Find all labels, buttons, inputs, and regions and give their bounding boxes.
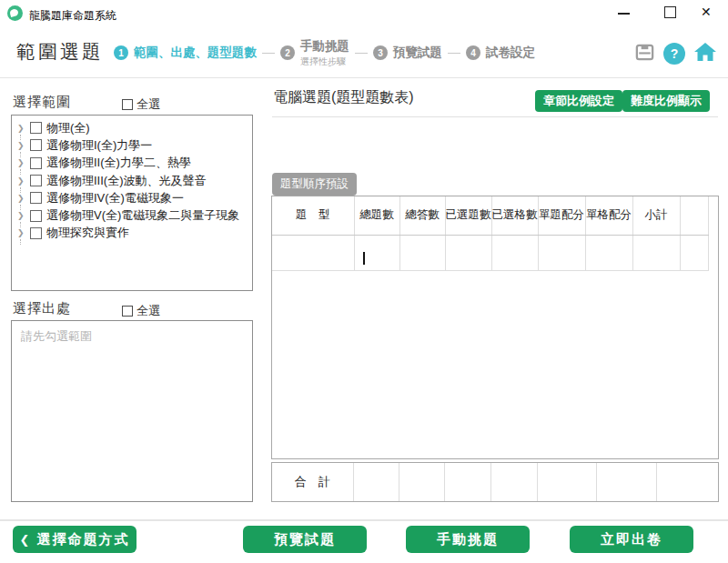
table-entry-row bbox=[272, 235, 708, 270]
tree-checkbox[interactable] bbox=[30, 192, 42, 204]
step-2-circle: 2 bbox=[280, 45, 295, 60]
source-select-all-checkbox[interactable] bbox=[122, 306, 133, 317]
cell-selected-cells[interactable] bbox=[491, 235, 538, 270]
chevron-right-icon[interactable] bbox=[17, 211, 26, 220]
maximize-button[interactable] bbox=[664, 6, 676, 18]
header-divider bbox=[0, 77, 728, 78]
step-1-range[interactable]: 1 範圍、出處、題型題數 bbox=[114, 45, 257, 61]
home-icon[interactable] bbox=[693, 41, 717, 66]
col-total-questions: 總題數 bbox=[354, 196, 399, 235]
bottom-divider bbox=[0, 519, 728, 521]
step-4-circle: 4 bbox=[466, 45, 480, 60]
chevron-right-icon[interactable] bbox=[17, 176, 26, 186]
chapter-ratio-button[interactable]: 章節比例設定 bbox=[535, 90, 622, 112]
range-select-all-label: 全選 bbox=[136, 96, 160, 113]
cell-question-type[interactable] bbox=[272, 235, 354, 270]
totals-value bbox=[399, 463, 445, 501]
step-divider bbox=[355, 53, 368, 54]
tree-item-elective-3[interactable]: 選修物理III(全)波動、光及聲音 bbox=[12, 172, 252, 189]
minimize-button[interactable] bbox=[618, 13, 630, 15]
tree-item-inquiry-practice[interactable]: 物理探究與實作 bbox=[12, 225, 252, 242]
source-placeholder: 請先勾選範圍 bbox=[21, 328, 92, 345]
cell-total-answers[interactable] bbox=[399, 235, 445, 270]
tree-item-elective-5[interactable]: 選修物理V(全)電磁現象二與量子現象 bbox=[12, 206, 252, 224]
app-logo-icon bbox=[7, 5, 23, 21]
range-section-title: 選擇範圍 bbox=[13, 94, 71, 111]
tree-checkbox[interactable] bbox=[30, 122, 42, 134]
difficulty-ratio-button[interactable]: 難度比例顯示 bbox=[622, 90, 710, 112]
chevron-right-icon[interactable] bbox=[17, 141, 26, 150]
back-select-method-button[interactable]: ❮ 選擇命題方式 bbox=[13, 526, 136, 553]
close-button[interactable]: ✕ bbox=[701, 5, 712, 19]
source-select-all-label: 全選 bbox=[136, 303, 160, 319]
computer-select-title: 電腦選題(題型題數表) bbox=[273, 88, 414, 107]
preview-questions-button[interactable]: 預覽試題 bbox=[243, 526, 367, 553]
step-3-preview[interactable]: 3 預覽試題 bbox=[373, 45, 442, 61]
panel-divider bbox=[272, 116, 718, 117]
tree-item-label: 選修物理IV(全)電磁現象一 bbox=[46, 190, 184, 206]
wizard-steps: 1 範圍、出處、題型題數 2 手動挑題 選擇性步驟 3 預覽試題 4 試卷設定 bbox=[114, 38, 535, 67]
tree-checkbox[interactable] bbox=[30, 227, 42, 239]
step-divider bbox=[262, 53, 275, 54]
back-chevron-icon: ❮ bbox=[20, 533, 32, 547]
manual-pick-button[interactable]: 手動挑題 bbox=[406, 526, 530, 553]
range-select-all[interactable]: 全選 bbox=[122, 96, 160, 113]
tree-checkbox[interactable] bbox=[30, 175, 42, 186]
question-type-table-container: 題 型 總題數 總答數 已選題數 已選格數 單題配分 單格配分 小計 bbox=[271, 196, 719, 459]
step-3-circle: 3 bbox=[373, 45, 388, 60]
tree-checkbox[interactable] bbox=[30, 139, 42, 151]
step-4-label: 試卷設定 bbox=[486, 45, 535, 61]
tree-item-elective-4[interactable]: 選修物理IV(全)電磁現象一 bbox=[12, 189, 252, 206]
save-icon[interactable] bbox=[634, 42, 655, 66]
source-list: 請先勾選範圍 bbox=[11, 320, 253, 502]
col-selected-cells: 已選格數 bbox=[491, 196, 538, 235]
totals-value bbox=[445, 463, 491, 501]
window-titlebar: 龍騰題庫命題系統 ✕ bbox=[0, 0, 728, 27]
generate-paper-button[interactable]: 立即出卷 bbox=[570, 526, 693, 553]
totals-value bbox=[597, 463, 657, 501]
text-caret bbox=[363, 252, 365, 265]
cell-points-per-question[interactable] bbox=[538, 235, 585, 270]
cell-total-questions[interactable] bbox=[354, 235, 399, 270]
col-total-answers: 總答數 bbox=[399, 196, 445, 235]
chevron-right-icon[interactable] bbox=[17, 124, 26, 133]
tree-item-label: 選修物理I(全)力學一 bbox=[46, 137, 152, 154]
tree-item-elective-1[interactable]: 選修物理I(全)力學一 bbox=[12, 136, 252, 154]
step-3-label: 預覽試題 bbox=[393, 45, 442, 61]
window-title: 龍騰題庫命題系統 bbox=[29, 8, 116, 24]
step-2-label: 手動挑題 bbox=[300, 38, 349, 55]
step-2-manual-pick[interactable]: 2 手動挑題 選擇性步驟 bbox=[280, 38, 349, 68]
totals-value bbox=[491, 463, 538, 501]
tree-item-physics-all[interactable]: 物理(全) bbox=[12, 119, 252, 136]
chevron-right-icon[interactable] bbox=[17, 158, 26, 167]
back-button-label: 選擇命題方式 bbox=[36, 531, 129, 548]
tree-checkbox[interactable] bbox=[30, 157, 42, 169]
col-spare bbox=[680, 196, 708, 235]
totals-label: 合 計 bbox=[272, 463, 354, 501]
totals-value bbox=[354, 463, 399, 501]
page-title: 範圍選題 bbox=[16, 39, 104, 65]
step-2-sublabel: 選擇性步驟 bbox=[300, 55, 349, 68]
tree-item-label: 選修物理V(全)電磁現象二與量子現象 bbox=[46, 207, 239, 224]
help-icon[interactable] bbox=[663, 43, 685, 65]
col-points-per-question: 單題配分 bbox=[538, 196, 585, 235]
totals-value bbox=[657, 463, 718, 501]
col-selected-questions: 已選題數 bbox=[445, 196, 491, 235]
range-select-all-checkbox[interactable] bbox=[122, 99, 133, 110]
step-4-paper-settings[interactable]: 4 試卷設定 bbox=[466, 45, 535, 61]
question-type-table: 題 型 總題數 總答數 已選題數 已選格數 單題配分 單格配分 小計 bbox=[272, 196, 709, 271]
chevron-right-icon[interactable] bbox=[17, 228, 26, 237]
col-points-per-cell: 單格配分 bbox=[585, 196, 632, 235]
col-question-type: 題 型 bbox=[272, 196, 354, 235]
cell-subtotal[interactable] bbox=[632, 235, 680, 270]
source-select-all[interactable]: 全選 bbox=[122, 303, 160, 319]
chevron-right-icon[interactable] bbox=[17, 194, 26, 203]
range-tree: 物理(全) 選修物理I(全)力學一 選修物理II(全)力學二、熱學 選修物理II… bbox=[11, 115, 253, 291]
tree-item-elective-2[interactable]: 選修物理II(全)力學二、熱學 bbox=[12, 155, 252, 172]
tree-checkbox[interactable] bbox=[30, 210, 42, 222]
cell-points-per-cell[interactable] bbox=[585, 235, 632, 270]
step-divider bbox=[448, 53, 460, 54]
cell-selected-questions[interactable] bbox=[445, 235, 491, 270]
step-1-label: 範圍、出處、題型題數 bbox=[134, 45, 257, 61]
tree-item-label: 物理(全) bbox=[46, 120, 90, 136]
